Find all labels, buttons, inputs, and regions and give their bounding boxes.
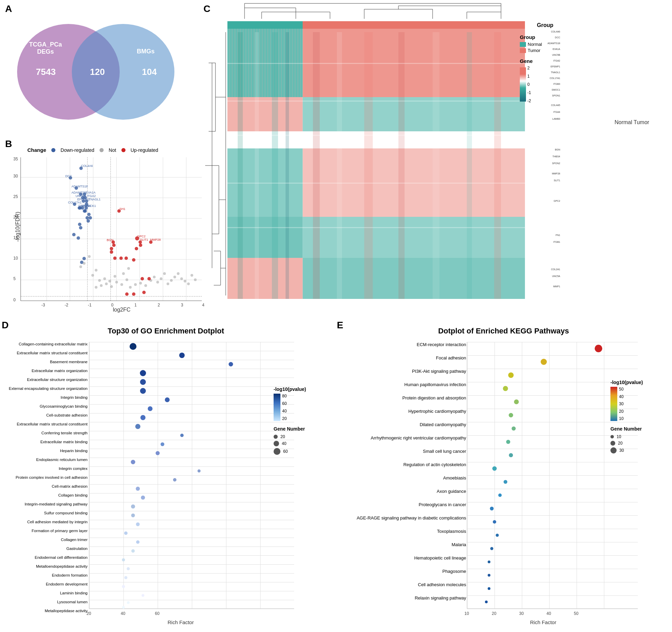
svg-rect-135 (238, 32, 243, 299)
heatmap-group-bar (227, 21, 525, 29)
svg-rect-136 (255, 32, 259, 299)
go-dot-2 (229, 362, 233, 367)
svg-point-18 (89, 216, 92, 220)
svg-text:MMP28: MMP28 (150, 238, 161, 241)
svg-point-47 (153, 276, 156, 278)
x-tick: -2 (65, 303, 68, 307)
svg-point-62 (88, 255, 91, 258)
svg-text:ITGA2: ITGA2 (87, 194, 96, 198)
svg-point-24 (77, 236, 80, 240)
go-dot-5 (140, 388, 146, 394)
kegg-dot-9 (492, 466, 497, 471)
kegg-dot-11 (498, 493, 502, 497)
svg-rect-138 (286, 32, 289, 299)
go-dot-16 (136, 487, 140, 491)
svg-rect-144 (467, 32, 472, 299)
go-dot-29 (127, 601, 130, 604)
go-legend: -log10(pvalue) 80604020 Gene Number 20 4… (274, 386, 328, 455)
pval-gradient-bar (274, 394, 280, 421)
svg-text:SPOCK1: SPOCK1 (83, 204, 96, 208)
svg-point-38 (129, 286, 132, 289)
x-tick: 40 (121, 611, 125, 616)
svg-point-60 (79, 265, 82, 268)
gene-gradient-bar (520, 67, 526, 102)
svg-rect-148 (227, 135, 525, 136)
panel-b: B Change Down-regulated Not Up-regulated… (0, 137, 212, 318)
y-tick: 25 (13, 194, 18, 199)
svg-point-53 (173, 276, 176, 278)
gene-n-60: 60 (274, 448, 328, 455)
kegg-pval-bar (610, 387, 617, 421)
go-dotplot-area: 20 40 60 (89, 342, 294, 609)
kegg-dot-0 (595, 345, 602, 352)
svg-point-78 (147, 277, 151, 280)
tumor-label: Tumor (528, 48, 540, 53)
svg-point-70 (110, 247, 113, 250)
legend-normal-item: Normal (520, 42, 557, 47)
gene-gradient-labels: 2 1 0 -1 -2 (527, 66, 531, 103)
kegg-dot-7 (506, 440, 510, 444)
svg-rect-133 (303, 258, 525, 299)
svg-point-20 (87, 219, 90, 223)
svg-point-61 (83, 262, 85, 265)
svg-point-32 (120, 283, 123, 286)
svg-text:ADAMTS5: ADAMTS5 (71, 191, 86, 194)
svg-text:BGN: BGN (107, 238, 114, 242)
kegg-gene-n-20: 20 (610, 441, 669, 446)
gene-val-1: 1 (527, 74, 531, 79)
go-dot-17 (141, 496, 145, 500)
go-pval-gradient: 80604020 (274, 394, 328, 421)
go-dot-30 (122, 606, 125, 609)
svg-rect-141 (364, 32, 373, 299)
svg-point-48 (156, 281, 159, 284)
svg-point-34 (103, 277, 106, 280)
x-tick: 50 (574, 611, 578, 616)
venn-diagram: TCGA_PCaDEGs BMGs 7543 120 104 (10, 14, 188, 137)
svg-rect-137 (272, 32, 278, 299)
panel-c-label: C (203, 3, 210, 14)
go-dot-27 (122, 585, 125, 588)
y-tick: 30 (13, 174, 18, 179)
svg-text:COL4A6: COL4A6 (81, 164, 93, 168)
kegg-x-axis-label: Rich Factor (530, 619, 556, 625)
left-dendrogram (202, 29, 227, 299)
gene-val-0: 0 (527, 82, 531, 87)
x-tick: 2 (158, 303, 160, 307)
go-dot-13 (131, 460, 135, 464)
y-tick: 10 (13, 256, 18, 261)
kegg-gene-legend-title: Gene Number (610, 426, 669, 432)
svg-text:GPC2: GPC2 (137, 235, 146, 238)
go-dot-25 (127, 567, 130, 570)
panel-d: D Top30 of GO Enrichment Dotplot (0, 318, 332, 632)
svg-point-73 (113, 256, 117, 260)
kegg-dot-6 (512, 426, 516, 431)
tumor-swatch (520, 48, 526, 53)
svg-point-59 (194, 278, 197, 281)
heatmap-legend: Group Normal Tumor Gene 2 1 0 -1 -2 (520, 34, 557, 103)
svg-point-16 (83, 209, 87, 213)
group-label: Group (537, 22, 553, 28)
venn-num-right: 104 (142, 67, 157, 77)
svg-point-76 (132, 258, 135, 262)
svg-point-72 (110, 250, 113, 254)
x-tick: 1 (134, 303, 137, 307)
normal-label: Normal (528, 42, 542, 47)
legend-not-dot (100, 148, 104, 152)
x-tick: 60 (155, 611, 159, 616)
svg-text:UNC5B: UNC5B (76, 194, 86, 198)
y-tick: 0 (13, 298, 16, 302)
go-dot-0 (130, 343, 136, 350)
x-tick: 3 (181, 303, 183, 307)
x-tick: 20 (492, 611, 496, 616)
go-dot-11 (161, 443, 164, 446)
normal-tumor-label: Normal Tumor (615, 119, 649, 126)
go-dot-10 (180, 434, 184, 437)
svg-point-35 (108, 280, 111, 282)
tumor-bar (303, 21, 525, 29)
gene-n-20: 20 (274, 434, 328, 439)
go-dot-1 (179, 353, 185, 358)
volcano-svg: COL4A6 DCC ADAMTS18 ADAMTS5 EVA1A UNC5B … (21, 157, 202, 301)
svg-point-25 (82, 257, 86, 260)
svg-rect-131 (303, 217, 525, 258)
venn-num-left: 7543 (36, 67, 56, 77)
